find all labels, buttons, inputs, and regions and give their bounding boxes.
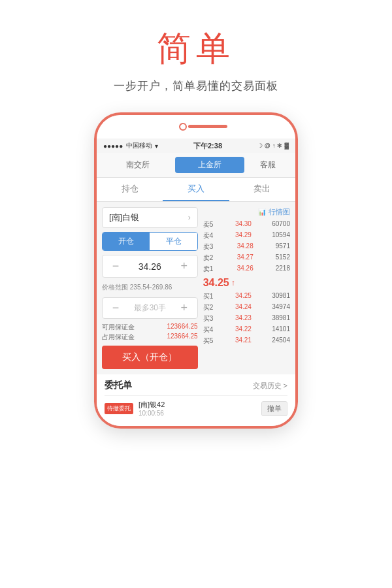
- available-margin-row: 可用保证金 123664.25: [102, 323, 198, 332]
- status-time: 下午2:38: [193, 141, 222, 151]
- bottom-section: 委托单 交易历史 > 待撤委托 [南]银42 10:00:56 撤单: [97, 374, 295, 426]
- signal-dots: ●●●●●: [103, 142, 123, 150]
- order-name: [南]银42: [139, 400, 256, 410]
- phone-top: [97, 115, 295, 139]
- status-right: ☽ @ ↑ ✻ ▓: [257, 142, 289, 149]
- price-value: 34.26: [139, 261, 161, 272]
- used-margin-val: 123664.25: [167, 333, 197, 342]
- right-panel: 📊 行情图 卖5 34.30 60700 卖4 34.29: [203, 207, 290, 369]
- price-decrease-btn[interactable]: −: [109, 259, 122, 273]
- arrow-icon: ↑: [272, 142, 276, 149]
- phone-wrap: ●●●●● 中国移动 ▾ 下午2:38 ☽ @ ↑ ✻ ▓ 南交所 上金所: [0, 106, 392, 588]
- tab-kefu[interactable]: 客服: [247, 157, 289, 173]
- price-input-row[interactable]: − 34.26 +: [102, 255, 198, 278]
- phone-mockup: ●●●●● 中国移动 ▾ 下午2:38 ☽ @ ↑ ✻ ▓ 南交所 上金所: [95, 113, 297, 428]
- moon-icon: ☽: [257, 142, 263, 149]
- market-header[interactable]: 📊 行情图: [203, 207, 290, 217]
- at-icon: @: [265, 142, 270, 149]
- sell-row-5: 卖5 34.30 60700: [203, 220, 290, 230]
- tab-sell[interactable]: 卖出: [229, 178, 295, 201]
- top-section: 简单 一步开户，简单易懂的交易面板: [0, 0, 392, 106]
- open-position-btn[interactable]: 开仓: [103, 233, 150, 250]
- tab-shangjinsuo[interactable]: 上金所: [175, 157, 244, 173]
- qty-input-row[interactable]: − 最多30手 +: [102, 297, 198, 319]
- wifi-icon: ▾: [155, 142, 158, 150]
- instrument-selector[interactable]: [南]白银 ›: [102, 207, 198, 228]
- order-info: [南]银42 10:00:56: [139, 400, 256, 417]
- phone-circle: [179, 123, 187, 131]
- status-left: ●●●●● 中国移动 ▾: [103, 141, 158, 150]
- cancel-order-btn[interactable]: 撤单: [261, 401, 287, 416]
- buy-row-1: 买1 34.25 30981: [203, 291, 290, 302]
- used-margin-row: 占用保证金 123664.25: [102, 333, 198, 342]
- sell-row-3: 卖3 34.28 9571: [203, 242, 290, 252]
- used-margin-label: 占用保证金: [102, 333, 135, 342]
- sell-row-2: 卖2 34.27 5152: [203, 253, 290, 263]
- available-margin-val: 123664.25: [167, 323, 197, 332]
- current-price: 34.25 ↑: [203, 274, 290, 291]
- tab-buy[interactable]: 买入: [163, 178, 229, 201]
- instrument-name: [南]白银: [109, 212, 139, 223]
- tab-holdings[interactable]: 持仓: [97, 178, 163, 201]
- phone-bar: [188, 125, 227, 128]
- instrument-arrow-icon: ›: [188, 213, 191, 222]
- sub-tabs: 持仓 买入 卖出: [97, 178, 295, 202]
- trade-history-link[interactable]: 交易历史 >: [253, 381, 287, 391]
- buy-row-2: 买2 34.24 34974: [203, 302, 290, 313]
- delegate-title: 委托单: [105, 380, 132, 391]
- chart-icon: 📊: [258, 208, 266, 216]
- market-label: 行情图: [269, 207, 290, 217]
- carrier: 中国移动: [126, 141, 152, 150]
- price-up-arrow-icon: ↑: [231, 278, 235, 287]
- status-bar: ●●●●● 中国移动 ▾ 下午2:38 ☽ @ ↑ ✻ ▓: [97, 139, 295, 153]
- main-title: 简单: [157, 26, 235, 72]
- order-tag: 待撤委托: [105, 403, 133, 414]
- battery-icon: ▓: [284, 142, 289, 149]
- delegate-section-header: 委托单 交易历史 >: [105, 380, 287, 391]
- close-position-btn[interactable]: 平仓: [150, 233, 197, 250]
- price-increase-btn[interactable]: +: [178, 259, 191, 273]
- sub-title: 一步开户，简单易懂的交易面板: [114, 78, 278, 93]
- tab-nanjiaosuo[interactable]: 南交所: [103, 157, 172, 173]
- trading-area: [南]白银 › 开仓 平仓 − 34.26 + 价格范: [97, 202, 295, 374]
- sell-row-4: 卖4 34.29 10594: [203, 231, 290, 241]
- order-item: 待撤委托 [南]银42 10:00:56 撤单: [105, 395, 287, 421]
- buy-order-book: 买1 34.25 30981 买2 34.24 34974 买3 34.23: [203, 291, 290, 346]
- app-content: 南交所 上金所 客服 持仓 买入 卖出: [97, 153, 295, 426]
- left-panel: [南]白银 › 开仓 平仓 − 34.26 + 价格范: [102, 207, 198, 369]
- buy-row-4: 买4 34.22 14101: [203, 325, 290, 335]
- buy-open-btn[interactable]: 买入（开仓）: [102, 346, 198, 369]
- sell-order-book: 卖5 34.30 60700 卖4 34.29 10594 卖3 34.28: [203, 220, 290, 274]
- buy-row-3: 买3 34.23 38981: [203, 314, 290, 324]
- order-time: 10:00:56: [139, 410, 256, 417]
- qty-value: 最多30手: [134, 302, 166, 314]
- price-range: 价格范围 235.54-269.86: [102, 282, 198, 293]
- margin-info: 可用保证金 123664.25 占用保证金 123664.25: [102, 323, 198, 342]
- bt-icon: ✻: [277, 142, 282, 149]
- available-margin-label: 可用保证金: [102, 323, 135, 332]
- open-close-toggle: 开仓 平仓: [102, 232, 198, 251]
- qty-increase-btn[interactable]: +: [178, 301, 191, 315]
- sell-row-1: 卖1 34.26 2218: [203, 264, 290, 274]
- qty-decrease-btn[interactable]: −: [109, 301, 122, 315]
- buy-row-5: 买5 34.21 24504: [203, 336, 290, 346]
- nav-tabs: 南交所 上金所 客服: [97, 153, 295, 178]
